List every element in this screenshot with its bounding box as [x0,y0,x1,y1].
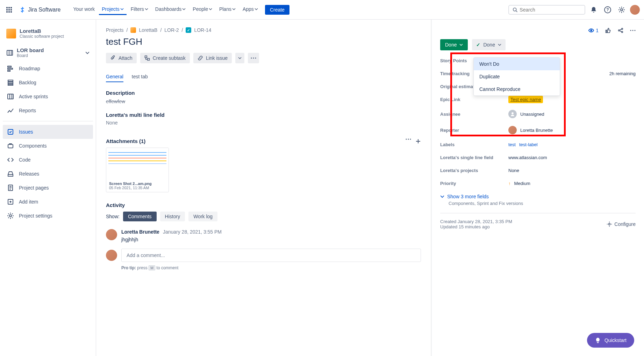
share-icon[interactable] [617,27,624,34]
attachment-card[interactable]: Screen Shot 2...am.png 05 Feb 2021, 11:3… [106,148,169,192]
attach-more-icon[interactable] [406,138,411,140]
singleline-label: Loretta's single line field [440,155,508,160]
sidebar-add[interactable]: Add item [3,195,93,209]
unassigned-icon [508,110,517,118]
svg-rect-8 [8,80,13,81]
dropdown-wontdo[interactable]: Won't Do [474,58,560,70]
svg-point-19 [251,58,252,59]
more-actions[interactable] [248,53,259,63]
profile-avatar[interactable] [630,5,640,15]
project-header[interactable]: LorettaB Classic software project [3,26,93,41]
pill-comments[interactable]: Comments [123,212,157,221]
issue-title[interactable]: test FGH [106,36,421,47]
description-text[interactable]: effewfew [106,99,421,104]
components-icon [7,142,14,149]
sidebar-roadmap[interactable]: Roadmap [3,62,93,76]
link-dropdown[interactable] [235,53,244,63]
configure-button[interactable]: Configure [607,219,636,229]
link-button[interactable]: Link issue [193,53,232,63]
svg-rect-9 [8,82,13,84]
like-icon[interactable] [605,27,611,34]
sidebar-components[interactable]: Components [3,139,93,153]
notifications-icon[interactable] [588,4,599,15]
bc-root[interactable]: Projects [106,27,124,33]
search-box[interactable] [508,5,585,15]
reporter-value[interactable]: Loretta Brunette [508,126,553,134]
workflow-button[interactable]: ✓Done [472,39,505,50]
projects-label: Loretta's projects [440,168,508,173]
svg-point-23 [408,138,409,140]
comment-input[interactable]: Add a comment... [121,249,421,262]
dropdown-duplicate[interactable]: Duplicate [474,70,560,83]
attach-button[interactable]: Attach [106,53,137,63]
create-button[interactable]: Create [265,5,289,15]
projects-value[interactable]: None [508,168,519,173]
singleline-value[interactable]: www.atlassian.com [508,155,547,160]
epic-link-value[interactable]: Test epic name [508,96,543,103]
chevron-down-icon [85,51,90,55]
dropdown-cannotrepro[interactable]: Cannot Reproduce [474,83,560,95]
tab-general[interactable]: General [106,72,123,82]
nav-your-work[interactable]: Your work [70,4,98,15]
svg-point-27 [622,28,623,30]
issues-icon [7,128,14,135]
assignee-value[interactable]: Unassigned [508,110,544,118]
priority-label: Priority [440,181,508,186]
sidebar-sprints[interactable]: Active sprints [3,90,93,104]
sidebar-backlog[interactable]: Backlog [3,76,93,90]
nav-apps[interactable]: Apps [240,4,261,15]
settings-icon[interactable] [616,4,627,15]
subtask-button[interactable]: Create subtask [140,53,190,63]
time-remaining[interactable]: 2h remaining [609,71,636,76]
comment-author[interactable]: Loretta Brunette [121,229,159,235]
search-input[interactable] [520,7,581,13]
svg-point-25 [591,30,592,31]
sidebar-releases[interactable]: Releases [3,167,93,181]
bc-parent[interactable]: LOR-2 [164,27,179,33]
multiline-value[interactable]: None [106,120,421,126]
nav-projects[interactable]: Projects [99,4,127,15]
bc-project[interactable]: LorettaB [139,27,157,33]
app-switcher-icon[interactable] [4,5,14,15]
epic-link-label: Epic Link [440,97,508,102]
svg-text:?: ? [606,7,609,12]
jira-logo[interactable]: Jira Software [18,6,60,14]
sidebar-code[interactable]: Code [3,153,93,167]
tab-test[interactable]: test tab [132,72,148,82]
add-icon [7,198,14,205]
project-name: LorettaB [20,28,64,34]
nav-plans[interactable]: Plans [216,4,238,15]
comment-text: jhgjhhjh [121,237,222,242]
help-icon[interactable]: ? [602,4,613,15]
nav-people[interactable]: People [190,4,215,15]
pill-history[interactable]: History [160,212,185,221]
nav-filters[interactable]: Filters [128,4,151,15]
watch-button[interactable]: 1 [588,27,599,34]
nav-items: Your work Projects Filters Dashboards Pe… [70,4,289,15]
svg-point-29 [630,30,631,31]
bc-key[interactable]: LOR-14 [194,27,211,33]
issue-main: Projects / LorettaB / LOR-2 / ✓ LOR-14 t… [96,20,431,356]
svg-point-3 [621,9,623,11]
sidebar-issues[interactable]: Issues [3,125,93,139]
sidebar-settings[interactable]: Project settings [3,209,93,223]
labels-value[interactable]: testtest-label [508,142,541,147]
pill-worklog[interactable]: Work log [188,212,217,221]
board-selector[interactable]: LOR board Board [3,44,93,62]
resolution-dropdown: Won't Do Duplicate Cannot Reproduce [473,57,560,96]
svg-rect-10 [8,84,13,85]
priority-value[interactable]: ↑Medium [508,181,530,186]
quickstart-button[interactable]: Quickstart [587,333,634,348]
issue-more-icon[interactable] [630,30,636,31]
issue-sidebar: 1 Done ✓Done Won't Do Duplicate Cannot R… [431,20,644,356]
more-fields-sub: Components, Sprint and Fix versions [449,201,636,206]
svg-point-20 [253,58,254,59]
sidebar-reports[interactable]: Reports [3,104,93,118]
attach-add-icon[interactable] [415,138,421,144]
sidebar-pages[interactable]: Project pages [3,181,93,195]
svg-rect-7 [8,70,10,71]
svg-point-32 [511,112,514,114]
show-more-fields[interactable]: Show 3 more fields [440,194,636,199]
nav-dashboards[interactable]: Dashboards [152,4,189,15]
status-button[interactable]: Done [440,39,468,50]
